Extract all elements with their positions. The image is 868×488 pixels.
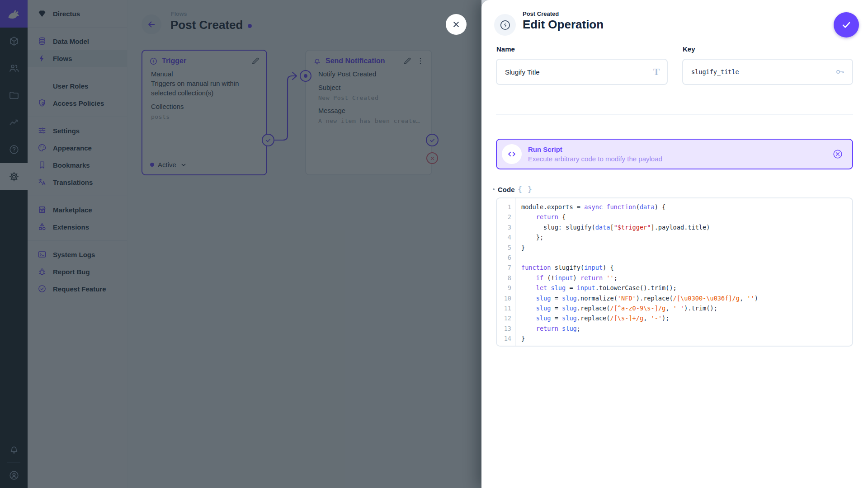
circled-bolt-icon xyxy=(499,19,511,31)
drawer-title: Edit Operation xyxy=(523,18,604,32)
code-line: } xyxy=(521,243,852,253)
drawer-close-button[interactable] xyxy=(446,14,467,35)
check-icon xyxy=(840,19,852,31)
code-icon-circle xyxy=(502,144,522,164)
line-number: 13 xyxy=(497,324,511,333)
directus-app: Directus Data ModelFlowsUser RolesAccess… xyxy=(0,0,868,488)
drawer-breadcrumb: Post Created xyxy=(523,10,559,17)
close-icon xyxy=(451,19,461,29)
line-number: 1 xyxy=(497,202,511,212)
run-script-panel[interactable]: Run Script Execute arbitrary code to mod… xyxy=(496,139,853,169)
code-line: } xyxy=(521,333,852,343)
edited-dot xyxy=(493,188,495,190)
line-number: 3 xyxy=(497,222,511,232)
drawer-header-icon xyxy=(494,14,516,36)
run-script-subtitle: Execute arbitrary code to modify the pay… xyxy=(528,155,662,164)
code-field-header: Code { } xyxy=(493,185,533,193)
code-line: slug: slugify(data["$trigger"].payload.t… xyxy=(521,222,852,232)
drawer-overlay[interactable] xyxy=(0,0,481,488)
deselect-operation-button[interactable] xyxy=(832,149,843,160)
name-field-label: Name xyxy=(496,45,515,53)
braces-icon: { } xyxy=(518,185,533,193)
line-number: 8 xyxy=(497,273,511,283)
line-number: 12 xyxy=(497,313,511,323)
code-line xyxy=(521,253,852,263)
key-input-value: slugify_title xyxy=(691,68,739,75)
code-icon xyxy=(507,149,517,159)
code-line: module.exports = async function(data) { xyxy=(521,202,852,212)
line-number: 14 xyxy=(497,333,511,343)
code-line: function slugify(input) { xyxy=(521,263,852,272)
line-number: 2 xyxy=(497,212,511,222)
line-number: 9 xyxy=(497,283,511,293)
run-script-title: Run Script xyxy=(528,145,662,155)
line-number: 4 xyxy=(497,232,511,242)
code-line: }; xyxy=(521,232,852,242)
circle-close-icon xyxy=(832,149,843,160)
edit-operation-drawer: Post Created Edit Operation Name Key Slu… xyxy=(481,0,868,488)
name-input[interactable]: Slugify Title T xyxy=(496,59,668,85)
key-input[interactable]: slugify_title xyxy=(682,59,853,85)
code-line: slug = slug.replace(/[^a-z0-9\s-]/g, ' '… xyxy=(521,303,852,313)
line-number: 10 xyxy=(497,293,511,303)
key-icon xyxy=(835,67,845,77)
code-editor[interactable]: 1234567891011121314 module.exports = asy… xyxy=(496,197,853,347)
line-number: 6 xyxy=(497,253,511,263)
code-line: let slug = input.toLowerCase().trim(); xyxy=(521,283,852,293)
code-field-label: Code xyxy=(498,186,515,193)
key-field-label: Key xyxy=(683,45,695,53)
code-content: module.exports = async function(data) { … xyxy=(516,198,852,346)
line-number: 7 xyxy=(497,263,511,272)
drawer-divider xyxy=(496,114,853,115)
code-line: return slug; xyxy=(521,324,852,333)
save-button[interactable] xyxy=(834,12,859,38)
code-line: slug = slug.normalize('NFD').replace(/[\… xyxy=(521,293,852,303)
code-gutter: 1234567891011121314 xyxy=(497,198,516,346)
code-line: return { xyxy=(521,212,852,222)
code-line: slug = slug.replace(/[\s-]+/g, '-'); xyxy=(521,313,852,323)
line-number: 11 xyxy=(497,303,511,313)
line-number: 5 xyxy=(497,243,511,253)
title-icon: T xyxy=(653,66,660,78)
code-line: if (!input) return ''; xyxy=(521,273,852,283)
name-input-value: Slugify Title xyxy=(505,68,540,76)
